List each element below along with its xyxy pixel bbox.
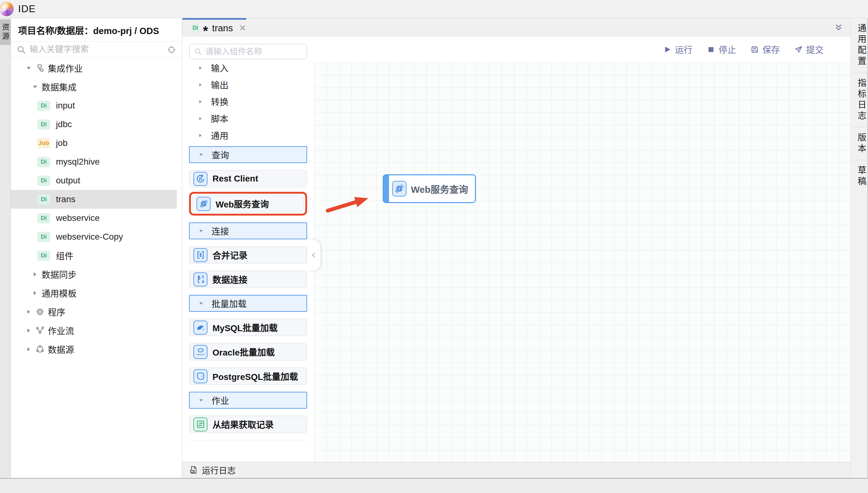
explorer-panel: 项目名称/数据层：demo-prj / ODS 集成作业数据集成DiinputD…	[11, 18, 182, 478]
palette-item-rest-client[interactable]: RRest Client	[189, 170, 307, 188]
webservice-icon	[199, 199, 209, 209]
component-palette: 输入输出转换脚本通用查询RRest ClientWeb服务查询连接合并记录数据连…	[182, 36, 314, 462]
type-badge: Di	[37, 194, 50, 205]
palette-item-label: Web服务查询	[216, 197, 269, 210]
palette-item-label: Oracle批量加载	[213, 345, 275, 358]
tree-item-data-sources[interactable]: 数据源	[11, 340, 182, 359]
tab-trans[interactable]: Di * trans ✕	[182, 18, 246, 36]
tree-item-components[interactable]: Di组件	[11, 246, 182, 265]
postgresql-icon	[196, 371, 205, 381]
tree-item-label: 程序	[48, 305, 65, 318]
type-badge: Di	[37, 176, 50, 186]
type-badge: Di	[37, 251, 50, 261]
palette-item-webservice-query[interactable]: Web服务查询	[192, 195, 304, 212]
tree-item-common-templates[interactable]: 通用模板	[11, 284, 182, 302]
tree-item-jdbc[interactable]: Dijdbc	[11, 115, 182, 134]
caret-right-icon	[197, 82, 203, 88]
caret-right-icon	[25, 308, 32, 315]
tree-item-programs[interactable]: 程序	[11, 302, 182, 321]
flow-canvas[interactable]: 运行停止保存提交 Web服务查询	[314, 36, 850, 462]
explorer-search-input[interactable]	[30, 45, 163, 55]
palette-category-label: 查询	[212, 148, 229, 161]
get-records-icon	[196, 419, 205, 429]
gear-icon	[35, 307, 45, 317]
submit-button-label: 提交	[806, 43, 824, 56]
palette-category-output[interactable]: 输出	[189, 76, 307, 93]
node-icon-box	[392, 181, 407, 196]
tab-label: trans	[212, 23, 233, 34]
search-icon	[17, 45, 26, 55]
palette-category-transform[interactable]: 转换	[189, 93, 307, 110]
palette-category-script[interactable]: 脚本	[189, 110, 307, 127]
run-button[interactable]: 运行	[663, 43, 692, 56]
palette-item-icon-box	[193, 369, 208, 383]
tree-item-integration-jobs[interactable]: 集成作业	[11, 59, 182, 78]
palette-item-merge-records[interactable]: 合并记录	[189, 246, 307, 264]
tree-item-label: 数据同步	[42, 268, 77, 281]
palette-item-label: 数据连接	[213, 273, 247, 285]
palette-item-data-connection[interactable]: 数据连接	[189, 271, 307, 288]
tree-item-label: mysql2hive	[56, 157, 100, 167]
palette-item-oracle-bulk-load[interactable]: ORACLEOracle批量加载	[189, 343, 307, 361]
palette-item-postgresql-bulk-load[interactable]: PostgreSQL批量加载	[189, 367, 307, 385]
palette-category-label: 批量加载	[212, 297, 246, 309]
tree-item-input[interactable]: Diinput	[11, 96, 182, 115]
save-icon	[751, 45, 759, 54]
tree-item-label: jdbc	[56, 119, 72, 129]
palette-item-icon-box	[193, 321, 208, 335]
tree-item-trans[interactable]: Ditrans	[11, 190, 177, 209]
tree-item-job-flows[interactable]: 作业流	[11, 321, 182, 340]
tree-item-webservice[interactable]: Diwebservice	[11, 209, 182, 228]
submit-button[interactable]: 提交	[794, 43, 824, 56]
right-rail-tab-general-config[interactable]: 通用配置	[851, 18, 867, 73]
run-log-bar[interactable]: LOG 运行日志	[182, 462, 850, 478]
tree-item-job[interactable]: Jobjob	[11, 134, 182, 152]
caret-right-icon	[31, 271, 39, 278]
palette-list: 输入输出转换脚本通用查询RRest ClientWeb服务查询连接合并记录数据连…	[189, 59, 307, 433]
save-button[interactable]: 保存	[751, 43, 780, 56]
palette-search-box	[189, 44, 307, 59]
palette-item-get-records-from-result[interactable]: 从结果获取记录	[189, 415, 307, 433]
log-icon: LOG	[189, 465, 198, 475]
palette-category-job[interactable]: 作业	[189, 392, 307, 409]
locate-icon[interactable]	[167, 45, 176, 55]
left-rail-tab-resources[interactable]: 资源	[0, 19, 10, 45]
tab-close-icon[interactable]: ✕	[239, 23, 246, 33]
palette-item-mysql-bulk-load[interactable]: MySQL批量加载	[189, 319, 307, 336]
collapse-panel-icon[interactable]	[834, 23, 843, 32]
stop-icon	[707, 45, 715, 54]
tree-item-label: output	[56, 176, 80, 186]
tree-item-data-integration[interactable]: 数据集成	[11, 78, 182, 96]
tree-item-mysql2hive[interactable]: Dimysql2hive	[11, 152, 182, 171]
right-rail-tab-metrics-log[interactable]: 指标日志	[851, 73, 867, 127]
rest-client-icon: R	[196, 174, 205, 184]
palette-category-label: 作业	[212, 394, 229, 406]
palette-category-query[interactable]: 查询	[189, 146, 307, 163]
stop-button[interactable]: 停止	[707, 43, 736, 56]
right-rail-tab-draft[interactable]: 草稿	[851, 160, 867, 193]
svg-text:ORACLE: ORACLE	[196, 353, 205, 356]
tree-item-webservice-copy[interactable]: Diwebservice-Copy	[11, 228, 182, 246]
palette-category-label: 输入	[211, 62, 229, 74]
type-badge: Job	[37, 138, 50, 148]
palette-search-input[interactable]	[205, 47, 302, 57]
palette-category-label: 通用	[211, 129, 229, 142]
merge-records-icon	[196, 250, 205, 260]
palette-category-common[interactable]: 通用	[189, 127, 307, 144]
palette-collapse-handle[interactable]	[307, 240, 320, 271]
palette-category-bulk-load[interactable]: 批量加载	[189, 295, 307, 312]
caret-right-icon	[197, 132, 203, 138]
canvas-grid[interactable]	[314, 63, 850, 462]
flow-node-webservice-query[interactable]: Web服务查询	[383, 174, 476, 203]
palette-category-label: 转换	[211, 95, 229, 108]
palette-category-connect[interactable]: 连接	[189, 222, 307, 239]
oracle-icon: ORACLE	[196, 347, 205, 357]
palette-category-input[interactable]: 输入	[189, 59, 307, 76]
palette-category-label: 脚本	[211, 112, 229, 125]
tree-item-output[interactable]: Dioutput	[11, 171, 182, 190]
submit-icon	[794, 45, 803, 54]
data-connection-icon	[196, 274, 205, 284]
tree-item-data-sync[interactable]: 数据同步	[11, 265, 182, 284]
right-rail-tab-version[interactable]: 版本	[851, 127, 867, 160]
palette-item-label: 合并记录	[213, 249, 247, 261]
